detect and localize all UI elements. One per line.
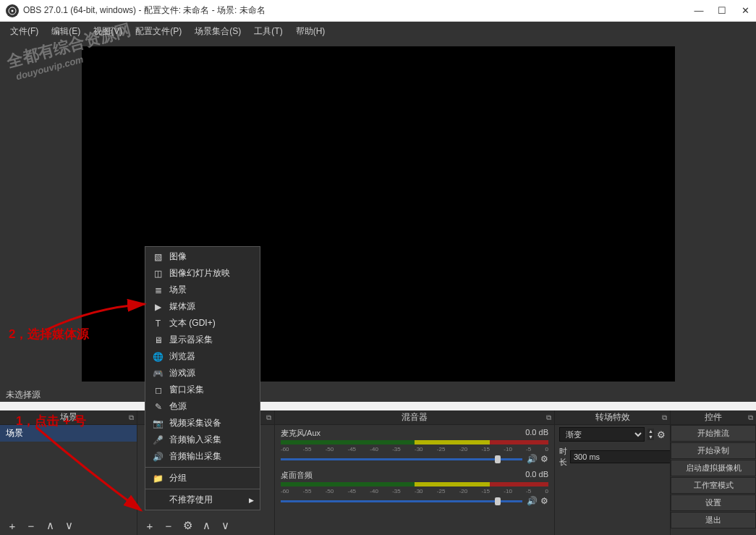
menu-item-scene[interactable]: ≣场景 — [145, 282, 260, 298]
studio-mode-button[interactable]: 工作室模式 — [671, 477, 756, 494]
bottom-panels: 场景 ⧉ 场景 + − ∧ ∨ 源 ⧉ + − ⚙ ∧ ∨ 混音器 ⧉ — [0, 410, 756, 535]
meter-ticks: -60-55-50-45-40-35-30-25-20-15-10-50 — [281, 488, 548, 494]
menu-separator — [145, 489, 260, 489]
start-streaming-button[interactable]: 开始推流 — [671, 425, 756, 442]
window-titlebar: OBS 27.0.1 (64-bit, windows) - 配置文件: 未命名… — [0, 0, 756, 22]
audio-meter — [281, 482, 548, 486]
menu-tools[interactable]: 工具(T) — [248, 23, 288, 40]
meter-ticks: -60-55-50-45-40-35-30-25-20-15-10-50 — [281, 446, 548, 452]
scenes-toolbar: + − ∧ ∨ — [0, 516, 137, 535]
duration-label: 时长 — [559, 446, 567, 468]
mixer-panel: 混音器 ⧉ 麦克风/Aux 0.0 dB -60-55-50-45-40-35-… — [275, 410, 555, 535]
menu-item-window-capture[interactable]: ◻窗口采集 — [145, 382, 260, 398]
add-source-context-menu: ▧图像 ◫图像幻灯片放映 ≣场景 ▶媒体源 T文本 (GDI+) 🖥显示器采集 … — [145, 246, 260, 510]
sources-toolbar: + − ⚙ ∧ ∨ — [137, 516, 274, 535]
menu-item-media-source[interactable]: ▶媒体源 — [145, 298, 260, 315]
menu-item-text[interactable]: T文本 (GDI+) — [145, 315, 260, 332]
menu-item-color-source[interactable]: ✎色源 — [145, 398, 260, 415]
maximize-button[interactable]: ☐ — [717, 6, 727, 16]
menu-item-browser[interactable]: 🌐浏览器 — [145, 348, 260, 365]
status-bar: 未选择源 — [0, 387, 756, 402]
svg-point-1 — [12, 9, 14, 12]
speaker-icon[interactable]: 🔊 — [527, 496, 538, 506]
menu-item-group[interactable]: 📁分组 — [145, 470, 260, 486]
down-button[interactable]: ▼ — [647, 434, 654, 440]
menu-scene-collection[interactable]: 场景集合(S) — [189, 23, 247, 40]
window-title: OBS 27.0.1 (64-bit, windows) - 配置文件: 未命名… — [23, 4, 694, 17]
up-button[interactable]: ▲ — [647, 429, 654, 434]
menu-profile[interactable]: 配置文件(P) — [129, 23, 187, 40]
transitions-header: 转场特效 ⧉ — [555, 410, 670, 425]
mixer-header: 混音器 ⧉ — [275, 410, 554, 425]
source-down-button[interactable]: ∨ — [218, 519, 232, 532]
channel-name: 桌面音频 — [281, 470, 313, 481]
menu-item-image[interactable]: ▧图像 — [145, 248, 260, 265]
gear-icon[interactable]: ⚙ — [657, 429, 666, 440]
preview-area — [0, 41, 756, 387]
video-capture-icon: 📷 — [153, 418, 163, 429]
transitions-panel: 转场特效 ⧉ 渐变 ▲▼ ⚙ 时长 ▲▼ — [555, 410, 671, 535]
popout-icon[interactable]: ⧉ — [266, 413, 271, 422]
menubar: 文件(F) 编辑(E) 视图(V) 配置文件(P) 场景集合(S) 工具(T) … — [0, 22, 756, 41]
volume-slider[interactable] — [281, 458, 522, 460]
controls-header: 控件 ⧉ — [671, 410, 756, 425]
source-properties-button[interactable]: ⚙ — [181, 519, 194, 532]
gear-icon[interactable]: ⚙ — [540, 496, 548, 506]
speaker-icon[interactable]: 🔊 — [527, 454, 538, 464]
settings-button[interactable]: 设置 — [671, 494, 756, 511]
display-icon: 🖥 — [153, 334, 163, 345]
scene-up-button[interactable]: ∧ — [43, 519, 56, 532]
popout-icon[interactable]: ⧉ — [662, 413, 667, 422]
popout-icon[interactable]: ⧉ — [748, 413, 753, 422]
menu-edit[interactable]: 编辑(E) — [46, 23, 86, 40]
text-icon: T — [153, 318, 163, 329]
mixer-channel-desktop: 桌面音频 0.0 dB -60-55-50-45-40-35-30-25-20-… — [275, 467, 554, 509]
annotation-step2: 2，选择媒体源 — [9, 326, 89, 342]
minimize-button[interactable]: — — [694, 6, 704, 16]
chevron-right-icon: ▶ — [249, 497, 254, 504]
menu-file[interactable]: 文件(F) — [4, 23, 44, 40]
menu-item-audio-output[interactable]: 🔊音频输出采集 — [145, 448, 260, 465]
gear-icon[interactable]: ⚙ — [540, 454, 548, 464]
menu-item-audio-input[interactable]: 🎤音频输入采集 — [145, 431, 260, 448]
menu-item-slideshow[interactable]: ◫图像幻灯片放映 — [145, 265, 260, 282]
controls-panel: 控件 ⧉ 开始推流 开始录制 启动虚拟摄像机 工作室模式 设置 退出 — [671, 410, 756, 535]
popout-icon[interactable]: ⧉ — [129, 413, 134, 422]
menu-view[interactable]: 视图(V) — [88, 23, 128, 40]
browser-icon: 🌐 — [153, 351, 163, 362]
popout-icon[interactable]: ⧉ — [546, 413, 551, 422]
menu-item-deprecated[interactable]: 不推荐使用▶ — [145, 492, 260, 508]
remove-source-button[interactable]: − — [162, 520, 175, 532]
menu-separator — [145, 467, 260, 468]
status-text: 未选择源 — [6, 389, 41, 401]
menu-help[interactable]: 帮助(H) — [290, 23, 331, 40]
menu-item-game-capture[interactable]: 🎮游戏源 — [145, 365, 260, 382]
add-scene-button[interactable]: + — [6, 520, 19, 532]
folder-icon: 📁 — [153, 473, 163, 484]
audio-out-icon: 🔊 — [153, 451, 163, 462]
scene-icon: ≣ — [153, 285, 163, 295]
media-icon: ▶ — [153, 301, 163, 312]
mixer-channel-mic: 麦克风/Aux 0.0 dB -60-55-50-45-40-35-30-25-… — [275, 425, 554, 467]
channel-level: 0.0 dB — [525, 428, 548, 439]
exit-button[interactable]: 退出 — [671, 512, 756, 528]
close-button[interactable]: ✕ — [740, 6, 750, 16]
source-up-button[interactable]: ∧ — [200, 519, 213, 532]
volume-slider[interactable] — [281, 500, 522, 502]
duration-input[interactable] — [570, 450, 670, 463]
menu-item-display-capture[interactable]: 🖥显示器采集 — [145, 332, 260, 348]
app-logo — [6, 4, 19, 17]
add-source-button[interactable]: + — [143, 520, 156, 532]
slideshow-icon: ◫ — [153, 268, 163, 279]
color-icon: ✎ — [153, 401, 163, 412]
menu-item-video-capture[interactable]: 📷视频采集设备 — [145, 415, 260, 431]
transition-type-select[interactable]: 渐变 — [559, 427, 645, 442]
image-icon: ▧ — [153, 251, 163, 262]
audio-meter — [281, 440, 548, 445]
scene-down-button[interactable]: ∨ — [62, 519, 75, 532]
channel-name: 麦克风/Aux — [281, 428, 320, 439]
audio-in-icon: 🎤 — [153, 434, 163, 445]
start-virtualcam-button[interactable]: 启动虚拟摄像机 — [671, 460, 756, 476]
start-recording-button[interactable]: 开始录制 — [671, 442, 756, 459]
remove-scene-button[interactable]: − — [25, 520, 38, 532]
